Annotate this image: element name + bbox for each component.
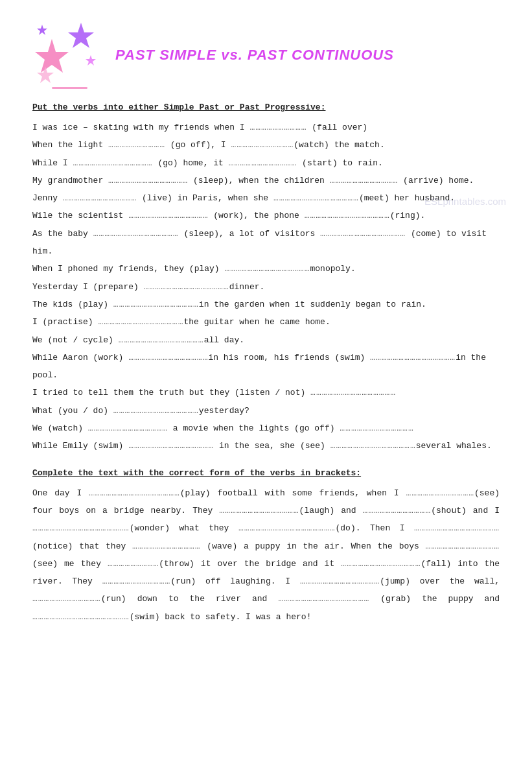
page-header: PAST SIMPLE vs. PAST CONTINUOUS [32,19,500,91]
exercise-line-17: While Emily (swim) ……………………………………… in th… [32,437,500,455]
section-1-title: Put the verbs into either Simple Past or… [32,102,500,112]
exercise-line-4: My grandmother …………………………………… (sleep), w… [32,172,500,189]
exercise-line-2: When the light ………………………… (go off), I ……… [32,136,500,154]
exercise-line-16: We (watch) …………………………………… a movie when t… [32,420,500,437]
page-title: PAST SIMPLE vs. PAST CONTINUOUS [115,47,394,64]
exercise-line-5: Jenny ………………………………… (live) in Paris, whe… [32,189,500,207]
section-2-text: One day I …………………………………………(play) footbal… [32,484,500,626]
exercise-line-14: I tried to tell them the truth but they … [32,384,500,401]
exercise-line-1: I was ice – skating with my friends when… [32,119,500,136]
exercise-line-10: The kids (play) ………………………………………in the ga… [32,296,500,313]
section-2-title: Complete the text with the correct form … [32,468,500,478]
section-2-paragraph: One day I …………………………………………(play) footbal… [32,484,500,626]
exercise-line-6: Wile the scientist …………………………………… (work)… [32,207,500,224]
exercise-line-13: While Aaron (work) ……………………………………in his … [32,349,500,385]
star-decoration-icon [32,19,104,91]
exercise-line-3: While I …………………………………… (go) home, it ………… [32,154,500,172]
exercise-line-15: What (you / do) ………………………………………yesterday… [32,402,500,420]
svg-rect-5 [52,87,87,89]
svg-marker-3 [86,55,96,65]
section-1: Put the verbs into either Simple Past or… [32,102,500,455]
exercise-line-8: When I phoned my friends, they (play) ……… [32,260,500,278]
svg-marker-4 [37,66,54,83]
svg-marker-0 [68,23,94,48]
exercise-line-7: As the baby ……………………………………… (sleep), a l… [32,225,500,261]
exercise-line-12: We (not / cycle) ………………………………………all day. [32,331,500,349]
exercise-line-9: Yesterday I (prepare) ………………………………………din… [32,278,500,296]
section-1-lines: I was ice – skating with my friends when… [32,119,500,455]
svg-marker-2 [37,25,47,35]
svg-marker-1 [35,39,69,73]
exercise-line-11: I (practise) ………………………………………the guitar w… [32,313,500,331]
section-2: Complete the text with the correct form … [32,468,500,626]
